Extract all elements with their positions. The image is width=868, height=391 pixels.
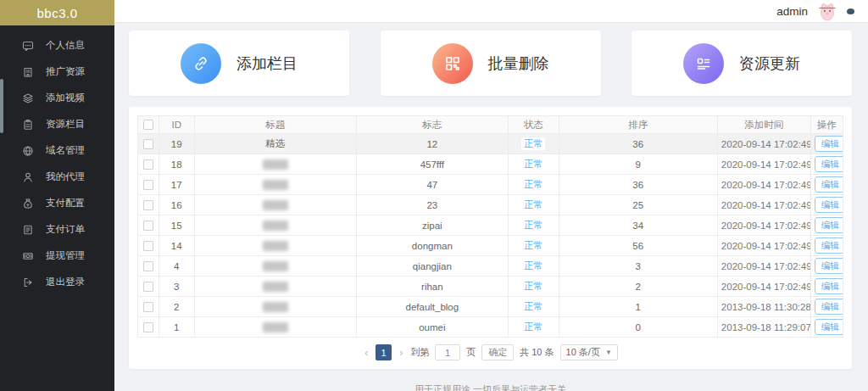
title-cell [194,297,356,317]
id-cell: 3 [159,276,194,297]
goto-page-input[interactable] [435,344,460,360]
id-cell: 15 [159,215,194,236]
edit-button[interactable]: 编辑 [815,319,843,335]
status-badge[interactable]: 正常 [521,158,545,170]
time-cell: 2020-09-14 17:02:49 [717,175,810,195]
edit-button[interactable]: 编辑 [815,197,843,213]
sidebar-scrollbar-thumb[interactable] [0,79,3,133]
sidebar-item-moneybag[interactable]: 支付配置 [0,190,114,216]
column-header: 排序 [559,116,717,134]
row-checkbox[interactable] [143,139,153,149]
prev-page-button[interactable]: ‹ [363,347,370,359]
sidebar-item-receipt[interactable]: 支付订单 [0,216,114,243]
column-header: 标题 [194,116,356,134]
status-badge[interactable]: 正常 [521,300,545,313]
content: 添加栏目 批量删除 资源更新 [114,23,868,391]
flag-cell: 23 [356,195,508,215]
row-checkbox[interactable] [143,241,153,251]
building-icon [21,65,34,78]
per-page-select[interactable]: 10 条/页 ▼ [560,344,618,360]
id-cell: 18 [159,154,194,175]
row-select-cell [138,175,159,195]
edit-button[interactable]: 编辑 [815,258,843,274]
action-cell: 编辑 [810,297,843,317]
row-checkbox[interactable] [143,180,153,190]
action-cell: 编辑 [810,154,843,175]
user-avatar[interactable] [816,0,838,22]
title-cell [194,256,356,276]
row-checkbox[interactable] [143,282,153,292]
select-all-checkbox[interactable] [143,120,153,130]
user-menu-dot-icon[interactable] [847,8,854,14]
status-badge[interactable]: 正常 [521,137,545,150]
action-cell: 编辑 [810,175,843,195]
masked-title-block [263,241,288,251]
title-cell [194,215,356,236]
globe-icon [21,144,34,157]
qrcode-icon [432,43,473,84]
edit-button[interactable]: 编辑 [815,299,843,315]
id-cell: 2 [159,297,194,317]
goto-confirm-button[interactable]: 确定 [481,344,514,360]
status-badge[interactable]: 正常 [521,280,545,293]
cash-icon [21,249,34,262]
status-badge[interactable]: 正常 [521,260,545,272]
edit-button[interactable]: 编辑 [815,237,843,254]
app-root: bbc3.0 个人信息 推广资源 添加视频 资源栏目 域名管理 我的代理 [0,0,868,391]
edit-button[interactable]: 编辑 [815,156,843,172]
edit-button[interactable]: 编辑 [815,278,843,294]
status-cell: 正常 [508,236,559,256]
status-badge[interactable]: 正常 [521,219,545,232]
action-card[interactable]: 资源更新 [632,31,852,96]
status-badge[interactable]: 正常 [521,178,545,191]
sidebar-item-building[interactable]: 推广资源 [0,59,114,85]
table-row: 3 rihan 正常 2 2020-09-14 17:02:49 编辑 [138,276,843,297]
sidebar-item-chat[interactable]: 个人信息 [0,32,114,59]
edit-button[interactable]: 编辑 [815,136,843,152]
sidebar-item-layers[interactable]: 添加视频 [0,85,114,111]
action-cards: 添加栏目 批量删除 资源更新 [129,31,852,96]
edit-button[interactable]: 编辑 [815,176,843,193]
flag-cell: oumei [356,317,508,338]
row-checkbox[interactable] [143,261,153,271]
status-badge[interactable]: 正常 [521,239,545,252]
sidebar-item-user[interactable]: 我的代理 [0,164,114,190]
table-row: 1 oumei 正常 0 2013-09-18 11:29:07 编辑 [138,317,843,338]
edit-button[interactable]: 编辑 [815,217,843,233]
table-row: 15 zipai 正常 34 2020-09-14 17:02:49 编辑 [138,215,843,236]
status-badge[interactable]: 正常 [521,321,545,333]
column-header: ID [159,116,194,134]
row-checkbox[interactable] [143,322,153,332]
goto-label: 到第 [410,346,429,359]
sidebar-item-cash[interactable]: 提现管理 [0,243,114,269]
page-1-button[interactable]: 1 [376,344,392,360]
status-cell: 正常 [508,256,559,276]
row-checkbox[interactable] [143,200,153,210]
row-checkbox[interactable] [143,221,153,231]
masked-title-block [263,322,288,332]
next-page-button[interactable]: › [398,347,404,359]
action-card[interactable]: 添加栏目 [129,31,349,96]
status-cell: 正常 [508,134,559,154]
row-checkbox[interactable] [143,302,153,312]
masked-title-block [263,282,288,292]
sidebar-item-globe[interactable]: 域名管理 [0,137,114,164]
table-row: 16 23 正常 25 2020-09-14 17:02:49 编辑 [138,195,843,215]
action-card[interactable]: 批量删除 [381,31,601,96]
masked-title-block [263,159,288,170]
row-checkbox[interactable] [143,159,153,170]
pagination: ‹ 1 › 到第 页 确定 共 10 条 10 条/页 ▼ [137,338,843,364]
column-header: 状态 [508,116,559,134]
status-badge[interactable]: 正常 [521,198,545,211]
id-cell: 16 [159,195,194,215]
row-select-cell [138,134,159,154]
sidebar-item-clipboard[interactable]: 资源栏目 [0,111,114,137]
sort-cell: 36 [559,175,717,195]
time-cell: 2020-09-14 17:02:49 [717,236,810,256]
masked-title-block [263,261,288,271]
status-cell: 正常 [508,154,559,175]
id-cell: 14 [159,236,194,256]
status-cell: 正常 [508,195,559,215]
sort-cell: 36 [559,134,717,154]
sidebar-item-logout[interactable]: 退出登录 [0,269,114,295]
